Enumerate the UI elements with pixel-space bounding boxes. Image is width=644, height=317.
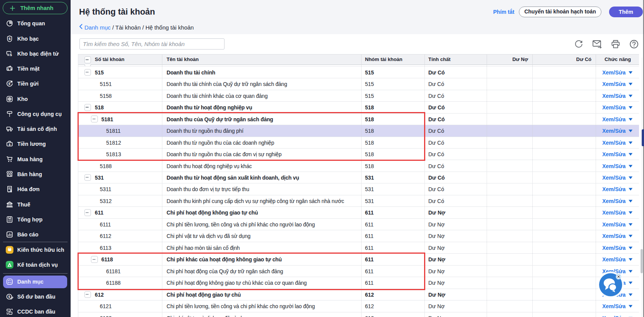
svg-text:$: $: [8, 295, 10, 299]
svg-text:$: $: [10, 189, 12, 192]
svg-text:$: $: [10, 53, 12, 57]
svg-text:$: $: [8, 36, 10, 40]
svg-text:$: $: [9, 143, 11, 146]
svg-text:$: $: [8, 68, 9, 71]
svg-text:$: $: [8, 82, 10, 86]
